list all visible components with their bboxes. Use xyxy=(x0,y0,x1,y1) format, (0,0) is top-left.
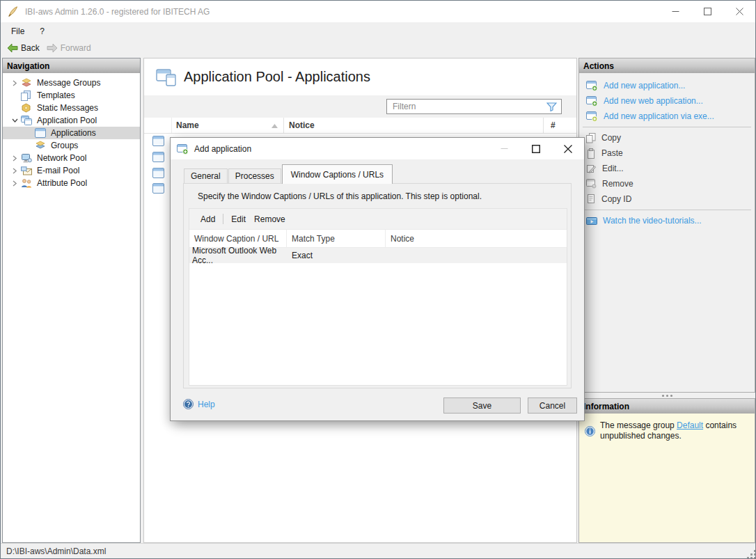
column-header-window-caption-url[interactable]: Window Caption / URL xyxy=(189,230,287,247)
sidebar-item-email-pool[interactable]: E-mail Pool xyxy=(3,164,140,177)
filter-icon[interactable] xyxy=(546,102,557,111)
column-header-name[interactable]: Name xyxy=(172,118,284,133)
add-new-application-link[interactable]: Add new application... xyxy=(579,78,755,93)
remove-caption-button[interactable]: Remove xyxy=(250,214,290,224)
app-logo-icon xyxy=(7,6,19,18)
cancel-button[interactable]: Cancel xyxy=(528,397,577,414)
table-row[interactable] xyxy=(152,181,164,195)
watch-video-tutorials-link[interactable]: Watch the video-tutorials... xyxy=(579,213,755,228)
window-title: IBI-aws Admin 1.26.0 - registered for IB… xyxy=(25,7,210,17)
default-message-group-link[interactable]: Default xyxy=(677,420,703,430)
application-window-icon xyxy=(35,128,49,138)
table-row[interactable] xyxy=(152,150,164,164)
information-message: The message group Default contains unpub… xyxy=(600,420,748,441)
column-header-notice[interactable]: Notice xyxy=(386,230,567,247)
tab-page: Specify the Window Captions / URLs of th… xyxy=(183,183,572,388)
column-header-match-type[interactable]: Match Type xyxy=(287,230,386,247)
maximize-icon xyxy=(704,8,711,15)
sidebar-item-label: Network Pool xyxy=(37,153,86,163)
chevron-right-icon[interactable] xyxy=(8,164,21,177)
help-link[interactable]: Help xyxy=(183,399,215,409)
sidebar-item-templates[interactable]: Templates xyxy=(3,89,140,102)
navigation-tree: Message Groups Templates Static Messages… xyxy=(3,73,140,189)
add-new-web-application-link[interactable]: Add new web application... xyxy=(579,93,755,109)
close-icon xyxy=(736,8,743,15)
copy-icon xyxy=(586,133,596,143)
save-button[interactable]: Save xyxy=(443,397,521,414)
menubar: File ? xyxy=(1,22,755,40)
match-type-cell: Exact xyxy=(287,251,386,260)
copy-id-icon xyxy=(586,194,596,205)
chevron-right-icon[interactable] xyxy=(8,152,21,164)
menu-file[interactable]: File xyxy=(3,26,32,36)
close-button[interactable] xyxy=(723,1,755,22)
add-application-exe-icon xyxy=(586,111,598,122)
maximize-button[interactable] xyxy=(691,1,723,22)
sidebar-item-attribute-pool[interactable]: Attribute Pool xyxy=(3,177,140,189)
filter-toolbar xyxy=(144,95,576,118)
sidebar-item-applications[interactable]: Applications xyxy=(3,127,140,139)
information-panel: Information The message group Default co… xyxy=(578,398,755,543)
attribute-pool-icon xyxy=(21,178,36,188)
dialog-close-button[interactable] xyxy=(552,138,584,159)
sidebar-item-network-pool[interactable]: Network Pool xyxy=(3,152,140,164)
copy-id-action: Copy ID xyxy=(579,191,755,207)
tab-window-captions-urls[interactable]: Window Captions / URLs xyxy=(282,164,393,184)
paste-icon xyxy=(586,148,596,159)
filter-input[interactable] xyxy=(386,99,562,114)
info-icon xyxy=(585,420,595,441)
forward-button: Forward xyxy=(43,40,95,56)
filter-input-wrap xyxy=(386,99,562,114)
dialog-minimize-button xyxy=(488,138,520,159)
chevron-right-icon[interactable] xyxy=(8,177,21,189)
back-arrow-icon xyxy=(7,43,18,53)
sidebar-item-label: Groups xyxy=(51,141,78,150)
sidebar-item-groups[interactable]: Groups xyxy=(3,139,140,152)
dialog-tabs: General Processes Window Captions / URLs xyxy=(184,164,393,184)
sidebar-item-application-pool[interactable]: Application Pool xyxy=(3,114,140,127)
page-title-row: Application Pool - Applications xyxy=(144,58,576,95)
sidebar-item-message-groups[interactable]: Message Groups xyxy=(3,77,140,89)
sidebar-item-label: Message Groups xyxy=(37,78,100,88)
sidebar-item-label: Templates xyxy=(37,90,75,100)
information-header: Information xyxy=(579,399,755,414)
column-header-count[interactable]: # xyxy=(544,118,576,133)
titlebar: IBI-aws Admin 1.26.0 - registered for IB… xyxy=(1,1,755,22)
dialog-maximize-button[interactable] xyxy=(520,138,552,159)
add-caption-button[interactable]: Add xyxy=(196,214,219,224)
resize-grip[interactable] xyxy=(750,553,753,556)
network-pool-icon xyxy=(21,153,36,163)
statusbar: D:\IBI-aws\Admin\Data.xml xyxy=(1,543,755,558)
sidebar-item-static-messages[interactable]: Static Messages xyxy=(3,102,140,114)
table-row[interactable] xyxy=(152,134,164,148)
table-row[interactable]: Microsoft Outlook Web Acc... Exact xyxy=(189,248,567,263)
chevron-right-icon[interactable] xyxy=(8,77,21,89)
sidebar-item-label: E-mail Pool xyxy=(37,166,79,175)
back-label: Back xyxy=(21,43,40,53)
splitter-grip-icon xyxy=(666,395,668,397)
edit-caption-button[interactable]: Edit xyxy=(227,214,250,224)
back-button[interactable]: Back xyxy=(3,40,43,56)
tab-processes[interactable]: Processes xyxy=(228,168,281,183)
column-header-icon xyxy=(144,118,172,133)
copy-action: Copy xyxy=(579,130,755,145)
remove-icon xyxy=(586,179,597,189)
chevron-down-icon[interactable] xyxy=(8,114,21,127)
message-groups-icon xyxy=(21,78,36,88)
forward-label: Forward xyxy=(61,43,91,53)
app-window: IBI-aws Admin 1.26.0 - registered for IB… xyxy=(0,0,756,559)
panel-splitter[interactable] xyxy=(578,393,755,398)
application-pool-icon xyxy=(21,116,36,125)
actions-panel: Actions Add new application... Add new w… xyxy=(578,58,755,393)
column-header-notice[interactable]: Notice xyxy=(284,118,544,133)
tab-general[interactable]: General xyxy=(184,168,228,183)
remove-action: Remove xyxy=(579,176,755,191)
table-row[interactable] xyxy=(152,166,164,180)
forward-arrow-icon xyxy=(47,43,58,53)
groups-icon xyxy=(35,141,49,150)
add-new-application-via-exe-link[interactable]: Add new application via exe... xyxy=(579,109,755,124)
menu-help[interactable]: ? xyxy=(32,26,52,36)
minimize-button[interactable] xyxy=(659,1,691,22)
dialog-title: Add application xyxy=(194,144,251,154)
dialog-titlebar: Add application xyxy=(171,138,584,159)
